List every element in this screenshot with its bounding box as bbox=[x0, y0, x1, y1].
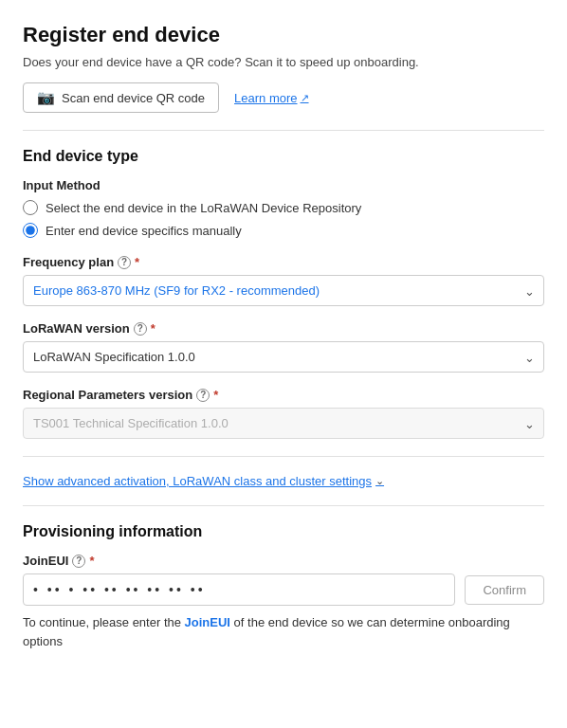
radio-manual-label: Enter end device specifics manually bbox=[46, 224, 242, 238]
divider-3 bbox=[23, 505, 544, 506]
regional-params-help-icon[interactable]: ? bbox=[196, 389, 210, 402]
joineui-input[interactable] bbox=[23, 573, 455, 606]
frequency-plan-group: Frequency plan ? * Europe 863-870 MHz (S… bbox=[23, 255, 544, 306]
lorawan-version-label-row: LoRaWAN version ? * bbox=[23, 321, 544, 336]
divider-2 bbox=[23, 456, 544, 457]
radio-repo-input[interactable] bbox=[23, 200, 38, 215]
lorawan-version-select[interactable]: LoRaWAN Specification 1.0.0 bbox=[23, 341, 544, 373]
camera-icon: 📷 bbox=[37, 89, 55, 106]
page-subtitle: Does your end device have a QR code? Sca… bbox=[23, 55, 544, 69]
divider-1 bbox=[23, 130, 544, 131]
end-device-type-section: End device type Input Method Select the … bbox=[23, 148, 544, 439]
regional-params-required: * bbox=[213, 388, 218, 402]
joineui-group: JoinEUI ? * Confirm To continue, please … bbox=[23, 554, 544, 650]
joineui-help-icon[interactable]: ? bbox=[72, 555, 85, 568]
radio-repo-label: Select the end device in the LoRaWAN Dev… bbox=[46, 201, 361, 215]
joineui-input-row: Confirm bbox=[23, 573, 544, 606]
scan-row: 📷 Scan end device QR code Learn more ↗ bbox=[23, 82, 544, 113]
frequency-plan-required: * bbox=[135, 255, 139, 269]
joineui-required: * bbox=[89, 554, 94, 568]
joineui-label-row: JoinEUI ? * bbox=[23, 554, 544, 568]
regional-params-select: TS001 Technical Specification 1.0.0 bbox=[23, 408, 544, 439]
lorawan-version-label: LoRaWAN version bbox=[23, 321, 130, 336]
regional-params-group: Regional Parameters version ? * TS001 Te… bbox=[23, 388, 544, 439]
lorawan-version-select-wrapper: LoRaWAN Specification 1.0.0 ⌄ bbox=[23, 341, 544, 373]
radio-manual-input[interactable] bbox=[23, 223, 38, 238]
frequency-plan-label: Frequency plan bbox=[23, 255, 114, 269]
input-method-radio-group: Select the end device in the LoRaWAN Dev… bbox=[23, 200, 544, 238]
frequency-plan-select[interactable]: Europe 863-870 MHz (SF9 for RX2 - recomm… bbox=[23, 275, 544, 306]
radio-repo[interactable]: Select the end device in the LoRaWAN Dev… bbox=[23, 200, 544, 215]
end-device-type-title: End device type bbox=[23, 148, 544, 165]
advanced-settings-link[interactable]: Show advanced activation, LoRaWAN class … bbox=[23, 474, 544, 488]
advanced-link-container: Show advanced activation, LoRaWAN class … bbox=[23, 474, 544, 488]
learn-more-link[interactable]: Learn more ↗ bbox=[234, 91, 308, 105]
regional-params-select-wrapper: TS001 Technical Specification 1.0.0 ⌄ bbox=[23, 408, 544, 439]
provisioning-section: Provisioning information JoinEUI ? * Con… bbox=[23, 523, 544, 650]
frequency-plan-help-icon[interactable]: ? bbox=[118, 256, 131, 269]
external-link-icon: ↗ bbox=[301, 92, 309, 104]
lorawan-version-help-icon[interactable]: ? bbox=[134, 322, 147, 336]
chevron-down-icon: ⌄ bbox=[375, 475, 384, 487]
confirm-button[interactable]: Confirm bbox=[465, 575, 544, 605]
lorawan-version-required: * bbox=[151, 321, 155, 336]
scan-qr-button[interactable]: 📷 Scan end device QR code bbox=[23, 82, 219, 113]
joineui-hint: To continue, please enter the JoinEUI of… bbox=[23, 613, 544, 650]
page-title: Register end device bbox=[23, 23, 544, 47]
frequency-plan-select-wrapper: Europe 863-870 MHz (SF9 for RX2 - recomm… bbox=[23, 275, 544, 306]
regional-params-label-row: Regional Parameters version ? * bbox=[23, 388, 544, 402]
regional-params-label: Regional Parameters version bbox=[23, 388, 192, 402]
provisioning-title: Provisioning information bbox=[23, 523, 544, 540]
joineui-label: JoinEUI bbox=[23, 554, 68, 568]
frequency-plan-label-row: Frequency plan ? * bbox=[23, 255, 544, 269]
radio-manual[interactable]: Enter end device specifics manually bbox=[23, 223, 544, 238]
input-method-label: Input Method bbox=[23, 178, 544, 192]
lorawan-version-group: LoRaWAN version ? * LoRaWAN Specificatio… bbox=[23, 321, 544, 373]
advanced-settings-label: Show advanced activation, LoRaWAN class … bbox=[23, 474, 372, 488]
